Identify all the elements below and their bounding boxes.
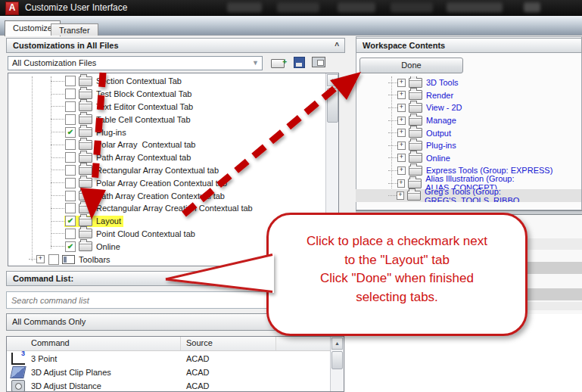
- tree-item-label: Toolbars: [79, 255, 110, 264]
- workspace-item-plug-ins[interactable]: +Plug-ins: [356, 139, 581, 152]
- checkbox-unchecked-icon[interactable]: [65, 152, 76, 163]
- checkbox-unchecked-icon[interactable]: [65, 165, 76, 176]
- folder-icon: [409, 166, 422, 176]
- checkbox-unchecked-icon[interactable]: [65, 114, 76, 125]
- tree-item-rectangular-array-creation-contextual-tab[interactable]: Rectangular Array Creation Contextual ta…: [8, 202, 325, 215]
- command-name: 3 Point: [31, 354, 57, 363]
- load-customization-button[interactable]: [269, 55, 286, 70]
- scrollbar-thumb[interactable]: [331, 351, 343, 369]
- tree-connector: [51, 221, 64, 222]
- tree-item-table-cell-contextual-tab[interactable]: Table Cell Contextual Tab: [8, 113, 325, 126]
- column-command[interactable]: Command: [31, 338, 70, 347]
- tree-item-group: Polar Array Creation Contextual tab: [64, 177, 229, 188]
- panel-display-button[interactable]: [310, 55, 327, 70]
- tree-item-path-array-contextual-tab[interactable]: Path Array Contextual tab: [8, 151, 325, 164]
- scrollbar-thumb[interactable]: [327, 88, 338, 123]
- command-source: ACAD: [186, 368, 210, 377]
- workspace-item-render[interactable]: +Render: [356, 89, 581, 102]
- checkbox-checked-icon[interactable]: ✔: [65, 241, 76, 252]
- workspace-item-online[interactable]: +Online: [356, 152, 581, 165]
- checkbox-unchecked-icon[interactable]: [65, 203, 76, 213]
- tree-item-text-editor-contextual-tab[interactable]: Text Editor Contextual Tab: [8, 101, 325, 114]
- workspace-tree: +3D Tools+Render+View - 2D+Manage+Output…: [356, 76, 581, 202]
- save-customization-button[interactable]: [291, 55, 307, 70]
- tree-item-label: Online: [96, 242, 120, 251]
- checkbox-unchecked-icon[interactable]: [65, 191, 76, 201]
- checkbox-unchecked-icon[interactable]: [65, 101, 76, 112]
- command-table-scrollbar[interactable]: ▲: [330, 337, 344, 391]
- checkbox-unchecked-icon[interactable]: [48, 254, 59, 265]
- title-bar: A Customize User Interface: [0, 0, 582, 16]
- command-filter-label: All Commands Only: [12, 317, 86, 326]
- folder-icon: [409, 90, 422, 100]
- tree-item-rectangular-array-contextual-tab[interactable]: Rectangular Array Contextual tab: [8, 164, 325, 177]
- background-app-blur: [227, 2, 262, 12]
- workspace-contents-header: Workspace Contents: [356, 38, 582, 53]
- checkbox-unchecked-icon[interactable]: [65, 139, 76, 150]
- workspace-item-greg-s-tools-group-greg-s-tools-ribbo[interactable]: +Greg's Tools (Group: GREG'S_TOOLS_RIBBO: [356, 189, 581, 202]
- tree-connector: [51, 208, 64, 209]
- expand-plus-icon[interactable]: +: [397, 142, 406, 150]
- folder-icon: [409, 116, 422, 126]
- expand-plus-icon[interactable]: +: [397, 166, 406, 175]
- column-source[interactable]: Source: [186, 338, 213, 347]
- expand-plus-icon[interactable]: +: [36, 255, 45, 263]
- instruction-text: Click to place a checkmark next to the "…: [269, 232, 525, 306]
- tree-item-group: ✔Plug-ins: [64, 126, 129, 138]
- tree-item-group: ✔Online: [64, 241, 123, 252]
- workspace-item-manage[interactable]: +Manage: [356, 114, 581, 127]
- command-source: ACAD: [186, 354, 210, 363]
- tab-transfer[interactable]: Transfer: [51, 23, 98, 36]
- folder-icon: [79, 229, 92, 238]
- column-divider: [275, 337, 276, 350]
- tree-item-group: Text Editor Contextual Tab: [64, 101, 195, 112]
- tree-item-polar-array-contextual-tab[interactable]: Polar Array Contextual tab: [8, 138, 325, 151]
- tree-connector: [388, 120, 397, 121]
- tree-item-polar-array-creation-contextual-tab[interactable]: Polar Array Creation Contextual tab: [8, 176, 325, 189]
- workspace-item-3d-tools[interactable]: +3D Tools: [356, 76, 581, 89]
- folder-icon: [79, 89, 92, 99]
- expand-plus-icon[interactable]: +: [397, 129, 406, 137]
- expand-plus-icon[interactable]: +: [397, 191, 404, 200]
- expand-plus-icon[interactable]: +: [397, 91, 406, 99]
- scroll-up-icon[interactable]: ▲: [331, 338, 343, 350]
- expand-plus-icon[interactable]: +: [397, 79, 406, 87]
- folder-icon: [79, 76, 92, 86]
- folder-icon: [408, 179, 422, 188]
- expand-plus-icon[interactable]: +: [397, 117, 406, 125]
- tree-connector: [388, 82, 397, 83]
- workspace-item-output[interactable]: +Output: [356, 126, 581, 139]
- done-button[interactable]: Done: [359, 58, 463, 73]
- expand-plus-icon[interactable]: +: [397, 104, 406, 112]
- checkbox-checked-icon[interactable]: ✔: [65, 216, 76, 226]
- command-table: Command Source 3 PointACAD3D Adjust Clip…: [6, 336, 344, 392]
- window-title: Customize User Interface: [25, 2, 127, 13]
- collapse-chevron-icon[interactable]: ^: [335, 39, 338, 53]
- folder-icon: [409, 78, 422, 88]
- expand-plus-icon[interactable]: +: [397, 154, 406, 162]
- customization-file-combo[interactable]: All Customization Files ▼: [8, 56, 263, 70]
- tree-item-plug-ins[interactable]: ✔Plug-ins: [8, 126, 325, 138]
- checkbox-unchecked-icon[interactable]: [65, 178, 76, 188]
- checkbox-unchecked-icon[interactable]: [65, 76, 76, 86]
- toolbars-icon: [62, 255, 75, 264]
- command-row-3d-adjust-clip-planes[interactable]: 3D Adjust Clip PlanesACAD: [7, 366, 330, 379]
- command-row-3-point[interactable]: 3 PointACAD: [7, 352, 330, 366]
- folder-icon: [409, 128, 422, 138]
- customization-file-value: All Customization Files: [12, 58, 96, 67]
- tree-item-section-contextual-tab[interactable]: Section Contextual Tab: [8, 75, 325, 88]
- scroll-up-icon[interactable]: ▲: [327, 74, 338, 86]
- workspace-item-view-2d[interactable]: +View - 2D: [356, 101, 581, 114]
- command-row-3d-adjust-distance[interactable]: 3D Adjust DistanceACAD: [7, 379, 330, 392]
- tree-item-label: Plug-ins: [96, 128, 126, 137]
- checkbox-unchecked-icon[interactable]: [65, 229, 76, 239]
- save-floppy-icon: [294, 57, 305, 68]
- tree-item-path-array-creation-contextual-tab[interactable]: Path Array Creation Contextual tab: [8, 189, 325, 202]
- tree-item-test-block-contextual-tab[interactable]: Test Block Contextual Tab: [8, 88, 325, 101]
- tree-connector: [388, 183, 397, 184]
- checkbox-checked-icon[interactable]: ✔: [65, 127, 76, 138]
- checkbox-unchecked-icon[interactable]: [65, 89, 76, 99]
- expand-plus-icon[interactable]: +: [397, 179, 406, 188]
- folder-icon: [79, 114, 92, 124]
- tree-connector: [51, 119, 64, 120]
